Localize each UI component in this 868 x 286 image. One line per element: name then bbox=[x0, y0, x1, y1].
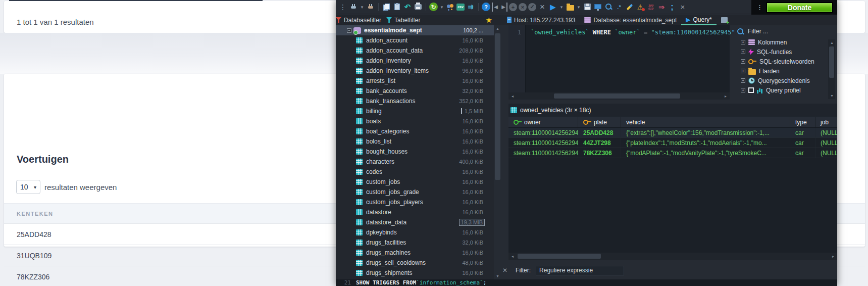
donate-button[interactable]: Donate bbox=[766, 2, 833, 13]
copy-icon[interactable] bbox=[382, 3, 391, 12]
data-transfer-icon[interactable] bbox=[466, 3, 475, 12]
scrollbar-thumb[interactable] bbox=[829, 46, 834, 78]
vehicle-cell[interactable]: {"modAPlate":-1,"modVanityPlate":-1,"tyr… bbox=[621, 148, 790, 158]
plate-cell[interactable]: 44ZJT298 bbox=[578, 138, 621, 148]
scroll-down-icon[interactable]: ▾ bbox=[494, 274, 501, 278]
tree-table-row[interactable]: drugs_shipments16,0 KiB bbox=[336, 268, 501, 278]
filter-input[interactable]: Reguliere expressie bbox=[536, 266, 624, 275]
column-header-type[interactable]: type bbox=[790, 117, 815, 127]
job-cell[interactable]: (NULL) bbox=[815, 128, 837, 137]
tree-table-row[interactable]: bank_transactions352,0 KiB bbox=[336, 96, 501, 106]
tree-table-row[interactable]: bought_houses16,0 KiB bbox=[336, 147, 501, 157]
send-to-tab-icon[interactable] bbox=[657, 3, 666, 12]
scroll-down-icon[interactable]: ▾ bbox=[828, 93, 836, 98]
type-cell[interactable]: car bbox=[790, 148, 815, 158]
expand-icon[interactable]: + bbox=[741, 88, 745, 92]
nav-first-record-icon[interactable] bbox=[492, 3, 499, 12]
tree-table-row[interactable]: addon_inventory16,0 KiB bbox=[336, 56, 501, 66]
scrollbar-thumb[interactable] bbox=[495, 33, 500, 180]
expand-icon[interactable]: + bbox=[741, 50, 745, 54]
scroll-right-icon[interactable]: ▸ bbox=[830, 253, 836, 260]
user-manager-icon[interactable] bbox=[446, 3, 455, 12]
tree-table-row[interactable]: addon_account16,0 KiB bbox=[336, 35, 501, 45]
tree-table-row[interactable]: dpkeybinds16,0 KiB bbox=[336, 227, 501, 237]
tree-table-row[interactable]: characters400,0 KiB bbox=[336, 157, 501, 167]
stop-on-errors-icon[interactable] bbox=[636, 3, 645, 12]
delimiter-icon[interactable] bbox=[668, 3, 677, 12]
sidebar-item-kolommen[interactable]: + Kolommen bbox=[735, 37, 837, 47]
sql-editor-icon[interactable] bbox=[593, 3, 602, 12]
expand-icon[interactable]: + bbox=[741, 40, 745, 44]
tree-database-row[interactable]: − essentialmode_sept 100,2 ... bbox=[336, 25, 501, 35]
scroll-left-icon[interactable]: ◂ bbox=[509, 253, 516, 260]
search-icon[interactable] bbox=[604, 3, 613, 12]
editor-horizontal-scrollbar[interactable]: ◂ ▸ bbox=[508, 92, 730, 100]
expand-icon[interactable]: + bbox=[741, 59, 745, 64]
vehicle-cell[interactable]: {"extras":[],"wheelColor":156,"modTransm… bbox=[621, 128, 790, 137]
tree-table-row[interactable]: codes16,0 KiB bbox=[336, 167, 501, 177]
scrollbar-thumb[interactable] bbox=[518, 254, 601, 259]
plate-cell[interactable]: 78KZZ306 bbox=[578, 148, 621, 158]
tree-table-row[interactable]: datastore_data19,3 MiB bbox=[336, 217, 501, 227]
tree-table-row[interactable]: addon_account_data208,0 KiB bbox=[336, 45, 501, 56]
tree-table-row[interactable]: datastore16,0 KiB bbox=[336, 207, 501, 217]
tree-table-row[interactable]: custom_jobs_grade16,0 KiB bbox=[336, 187, 501, 197]
helpers-filter-input[interactable]: Filter ... bbox=[735, 25, 837, 37]
column-header-owner[interactable]: owner bbox=[508, 117, 578, 127]
tab-host[interactable]: Host: 185.227.243.193 bbox=[502, 15, 580, 25]
vehicle-cell[interactable]: {"plateIndex":1,"modStruts":-1,"modAeria… bbox=[621, 138, 790, 148]
collapse-icon[interactable]: − bbox=[347, 28, 351, 33]
owner-cell[interactable]: steam:110000142562945 bbox=[508, 138, 578, 148]
sidebar-item-querygeschiedenis[interactable]: + Querygeschiedenis bbox=[735, 76, 837, 85]
tree-table-row[interactable]: boats16,0 KiB bbox=[336, 116, 501, 126]
clear-filter-icon[interactable]: ✕ bbox=[502, 267, 507, 274]
checkbox-icon[interactable] bbox=[748, 87, 754, 93]
tree-table-row[interactable]: drugs_sell_cooldowns48,0 KiB bbox=[336, 258, 501, 268]
sidebar-item-sql-sleutelwoorden[interactable]: + SQL-sleutelwoorden bbox=[735, 57, 837, 66]
tree-table-row[interactable]: billing1,5 MiB bbox=[336, 106, 501, 116]
binary-view-icon[interactable] bbox=[646, 3, 655, 12]
new-query-tab-button[interactable] bbox=[717, 15, 732, 25]
close-tab-icon[interactable] bbox=[678, 3, 687, 12]
owner-cell[interactable]: steam:110000142562945 bbox=[508, 128, 578, 137]
refresh-icon[interactable] bbox=[429, 3, 438, 11]
tree-table-row[interactable]: custom_jobs16,0 KiB bbox=[336, 177, 501, 187]
grid-row[interactable]: steam:110000142562945 78KZZ306 {"modAPla… bbox=[508, 148, 837, 158]
tree-table-row[interactable]: arrests_list16,0 KiB bbox=[336, 76, 501, 86]
expand-icon[interactable]: + bbox=[741, 78, 745, 83]
page-size-select[interactable]: 10 ▾ bbox=[16, 180, 40, 194]
job-cell[interactable]: (NULL) bbox=[815, 148, 837, 158]
column-header-plate[interactable]: plate bbox=[578, 117, 621, 127]
tree-table-row[interactable]: drugs_facilities32,0 KiB bbox=[336, 237, 501, 248]
grid-row[interactable]: steam:110000142562945 25ADD428 {"extras"… bbox=[508, 128, 837, 138]
type-cell[interactable]: car bbox=[790, 138, 815, 148]
regex-replace-icon[interactable] bbox=[615, 3, 624, 12]
tree-scrollbar[interactable]: ▴ ▾ bbox=[494, 25, 501, 279]
help-icon[interactable] bbox=[482, 3, 490, 11]
reformat-sql-icon[interactable] bbox=[625, 3, 634, 12]
folder-dropdown-chevron-icon[interactable] bbox=[576, 3, 581, 12]
database-filter-label[interactable]: Databasefilter bbox=[344, 17, 381, 24]
connect-dropdown-chevron-icon[interactable] bbox=[360, 3, 365, 12]
sidebar-item-sql-functies[interactable]: + SQL-functies bbox=[735, 47, 837, 57]
query-editor[interactable]: 1 `owned_vehicles` WHERE `owner` = "stea… bbox=[508, 25, 730, 92]
tree-table-row[interactable]: drugs_machines16,0 KiB bbox=[336, 248, 501, 258]
undo-icon[interactable] bbox=[403, 3, 412, 12]
csv-export-icon[interactable] bbox=[456, 4, 465, 11]
owner-cell[interactable]: steam:110000142562945 bbox=[508, 148, 578, 158]
post-changes-icon[interactable] bbox=[528, 3, 536, 11]
tree-table-row[interactable]: addon_inventory_items96,0 KiB bbox=[336, 66, 501, 76]
tab-query[interactable]: ▶ Query* bbox=[681, 15, 717, 25]
delete-row-icon[interactable] bbox=[519, 3, 527, 11]
scroll-left-icon[interactable]: ◂ bbox=[509, 92, 516, 100]
paste-icon[interactable] bbox=[392, 3, 401, 12]
scroll-up-icon[interactable]: ▴ bbox=[828, 40, 836, 45]
sql-code-line[interactable]: `owned_vehicles` WHERE `owner` = "steam:… bbox=[531, 29, 735, 36]
job-cell[interactable]: (NULL) bbox=[815, 138, 837, 148]
refresh-dropdown-chevron-icon[interactable] bbox=[439, 3, 444, 12]
type-cell[interactable]: car bbox=[790, 128, 815, 137]
table-filter-label[interactable]: Tabelfilter bbox=[394, 17, 420, 24]
expand-icon[interactable]: + bbox=[741, 69, 745, 73]
run-dropdown-chevron-icon[interactable] bbox=[559, 3, 564, 12]
column-header-job[interactable]: job bbox=[815, 117, 837, 127]
